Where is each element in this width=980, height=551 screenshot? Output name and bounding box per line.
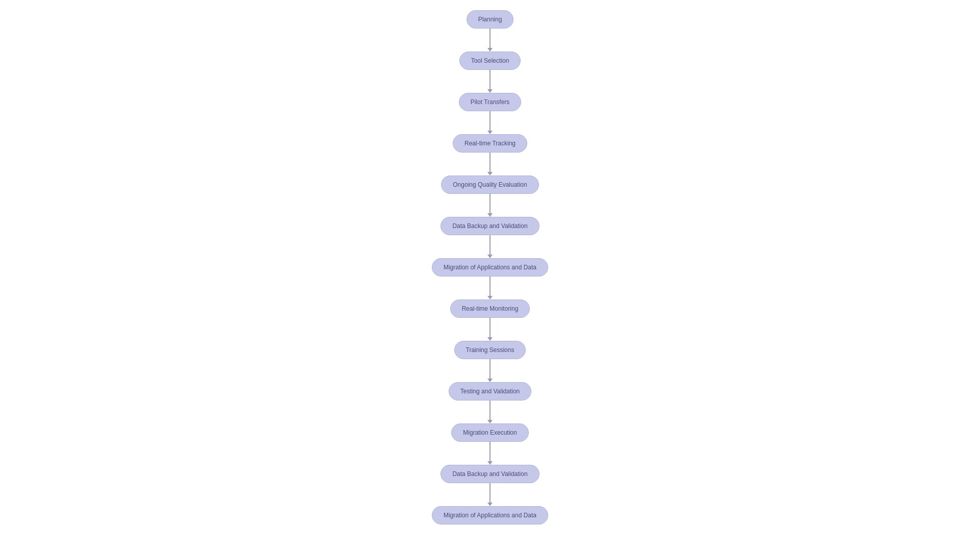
connector-arrow: [487, 461, 493, 465]
connector-line: [489, 111, 491, 131]
flow-connector-3: [487, 153, 493, 176]
flow-connector-2: [487, 111, 493, 134]
flow-node-training-sessions[interactable]: Training Sessions: [454, 341, 526, 359]
connector-arrow: [487, 420, 493, 423]
flow-node-data-backup-validation-1[interactable]: Data Backup and Validation: [440, 217, 539, 235]
connector-arrow: [487, 503, 493, 506]
connector-line: [489, 277, 491, 296]
connector-line: [489, 318, 491, 337]
connector-line: [489, 442, 491, 461]
connector-arrow: [487, 337, 493, 341]
connector-line: [489, 29, 491, 48]
connector-line: [489, 400, 491, 420]
flow-connector-7: [487, 318, 493, 341]
connector-arrow: [487, 213, 493, 217]
flowchart: PlanningTool SelectionPilot TransfersRea…: [0, 0, 980, 545]
flow-node-migration-execution[interactable]: Migration Execution: [451, 423, 528, 442]
connector-line: [489, 70, 491, 89]
connector-line: [489, 483, 491, 503]
connector-arrow: [487, 296, 493, 299]
flow-connector-8: [487, 359, 493, 382]
connector-arrow: [487, 48, 493, 52]
flow-node-realtime-monitoring[interactable]: Real-time Monitoring: [450, 299, 530, 318]
flow-node-testing-validation[interactable]: Testing and Validation: [449, 382, 532, 400]
flow-node-migration-apps-data-2[interactable]: Migration of Applications and Data: [432, 506, 548, 524]
flow-connector-10: [487, 442, 493, 465]
flow-node-migration-apps-data-1[interactable]: Migration of Applications and Data: [432, 258, 548, 277]
connector-line: [489, 194, 491, 213]
connector-arrow: [487, 255, 493, 258]
flow-connector-11: [487, 483, 493, 506]
flow-connector-5: [487, 235, 493, 258]
flow-connector-9: [487, 400, 493, 423]
connector-line: [489, 359, 491, 379]
flow-connector-0: [487, 29, 493, 52]
flow-node-data-backup-validation-2[interactable]: Data Backup and Validation: [440, 465, 539, 483]
connector-line: [489, 153, 491, 172]
flow-node-ongoing-quality-evaluation[interactable]: Ongoing Quality Evaluation: [441, 176, 538, 194]
flow-connector-1: [487, 70, 493, 93]
connector-arrow: [487, 172, 493, 176]
connector-line: [489, 235, 491, 255]
flow-node-pilot-transfers[interactable]: Pilot Transfers: [459, 93, 522, 111]
flow-connector-6: [487, 277, 493, 299]
connector-arrow: [487, 89, 493, 93]
flow-node-planning[interactable]: Planning: [467, 10, 514, 29]
flow-node-tool-selection[interactable]: Tool Selection: [459, 52, 521, 70]
flow-connector-4: [487, 194, 493, 217]
connector-arrow: [487, 131, 493, 134]
connector-arrow: [487, 379, 493, 382]
flow-node-realtime-tracking[interactable]: Real-time Tracking: [453, 134, 527, 153]
